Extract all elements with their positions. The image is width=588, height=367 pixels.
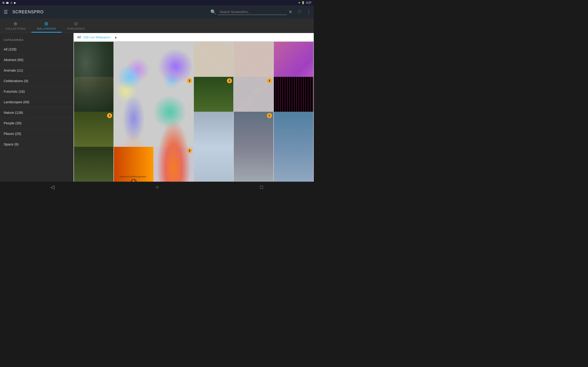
filter-bar: All 228 Live Wallpapers ▲ bbox=[73, 33, 314, 41]
battery-icon: 🔋 bbox=[301, 1, 305, 4]
search-container: 🔍 ✕ bbox=[210, 9, 292, 15]
wallpaper-item[interactable]: $ bbox=[234, 112, 273, 182]
status-bar: ⊞ 🏔 ⚠ ▶ ▾ 🔋 4:27 bbox=[0, 0, 314, 6]
sidebar-item-futuristic[interactable]: Futuristic (16) bbox=[0, 86, 73, 97]
purchases-tab-label: PURCHASES bbox=[67, 27, 85, 30]
tab-purchases[interactable]: ⊙ PURCHASES bbox=[61, 18, 90, 33]
wallpaper-item[interactable] bbox=[194, 112, 233, 182]
collections-tab-label: COLLECTIONS bbox=[6, 27, 26, 30]
app-logo: SCREENSPRO bbox=[12, 10, 207, 15]
sidebar-item-people[interactable]: People (35) bbox=[0, 118, 73, 128]
app-icon-2: 🏔 bbox=[6, 1, 9, 4]
app-icon-1: ⊞ bbox=[2, 1, 5, 4]
paid-badge: $ bbox=[267, 113, 272, 118]
search-icon[interactable]: 🔍 bbox=[210, 9, 216, 15]
hamburger-button[interactable]: ☰ bbox=[3, 8, 9, 16]
wallpaper-grid: $ $ $ $ bbox=[73, 41, 314, 182]
sidebar-item-space[interactable]: Space (6) bbox=[0, 139, 73, 150]
favorites-button[interactable]: ♡ bbox=[298, 9, 302, 15]
paid-badge: $ bbox=[187, 148, 192, 153]
status-icons-left: ⊞ 🏔 ⚠ ▶ bbox=[2, 1, 16, 4]
wallpapers-tab-icon: ⊞ bbox=[44, 21, 48, 26]
categories-header: CATEGORIES bbox=[0, 37, 73, 44]
ad-next-button[interactable]: ❯ bbox=[130, 179, 137, 182]
sidebar-item-places[interactable]: Places (25) bbox=[0, 128, 73, 139]
filter-arrow-icon[interactable]: ▲ bbox=[114, 35, 117, 39]
filter-count-label[interactable]: 228 Live Wallpapers bbox=[84, 35, 111, 39]
sidebar-item-animals[interactable]: Animals (11) bbox=[0, 65, 73, 76]
tab-wallpapers[interactable]: ⊞ WALLPAPERS bbox=[32, 18, 61, 33]
content-area: All 228 Live Wallpapers ▲ bbox=[73, 33, 314, 182]
sidebar-item-landscapes[interactable]: Landscapes (69) bbox=[0, 97, 73, 107]
paid-badge: $ bbox=[107, 113, 112, 118]
sidebar-item-all[interactable]: All (228) bbox=[0, 44, 73, 55]
sidebar-item-abstract[interactable]: Abstract (65) bbox=[0, 55, 73, 65]
top-bar: ☰ SCREENSPRO 🔍 ✕ ♡ ⋮ bbox=[0, 6, 314, 18]
wallpaper-item[interactable]: $ bbox=[154, 147, 193, 182]
paid-badge: $ bbox=[227, 78, 232, 83]
wifi-icon: ▾ bbox=[299, 1, 300, 4]
wallpaper-item[interactable] bbox=[74, 147, 113, 182]
tab-collections[interactable]: ⊕ COLLECTIONS bbox=[0, 18, 32, 33]
paid-badge: $ bbox=[267, 78, 272, 83]
sidebar: CATEGORIES All (228) Abstract (65) Anima… bbox=[0, 33, 73, 182]
filter-all-label: All bbox=[77, 35, 81, 39]
back-button[interactable]: ◁ bbox=[46, 182, 59, 192]
app-icon-4: ▶ bbox=[14, 1, 16, 4]
ad-url: thermondo.de/heizung-wech... bbox=[120, 175, 147, 178]
sidebar-item-nature[interactable]: Nature (128) bbox=[0, 107, 73, 118]
clear-icon[interactable]: ✕ bbox=[289, 9, 292, 15]
wallpapers-tab-label: WALLPAPERS bbox=[37, 27, 56, 30]
time-display: 4:27 bbox=[306, 1, 311, 4]
paid-badge: $ bbox=[187, 78, 192, 83]
home-button[interactable]: ○ bbox=[151, 182, 163, 192]
more-menu-button[interactable]: ⋮ bbox=[306, 9, 311, 15]
ad-banner[interactable]: thermondo.de/heizung-wech... ❯ Anzeige bbox=[114, 147, 153, 182]
tab-bar: ⊕ COLLECTIONS ⊞ WALLPAPERS ⊙ PURCHASES bbox=[0, 18, 314, 33]
app-icon-3: ⚠ bbox=[10, 1, 13, 4]
collections-tab-icon: ⊕ bbox=[14, 21, 18, 26]
wallpaper-item[interactable] bbox=[274, 112, 313, 182]
recents-button[interactable]: □ bbox=[255, 182, 268, 192]
status-icons-right: ▾ 🔋 4:27 bbox=[299, 1, 311, 4]
purchases-tab-icon: ⊙ bbox=[74, 21, 78, 26]
search-input[interactable] bbox=[218, 9, 287, 15]
sidebar-item-celebrations[interactable]: Celebrations (9) bbox=[0, 76, 73, 86]
bottom-nav: ◁ ○ □ bbox=[0, 182, 314, 193]
